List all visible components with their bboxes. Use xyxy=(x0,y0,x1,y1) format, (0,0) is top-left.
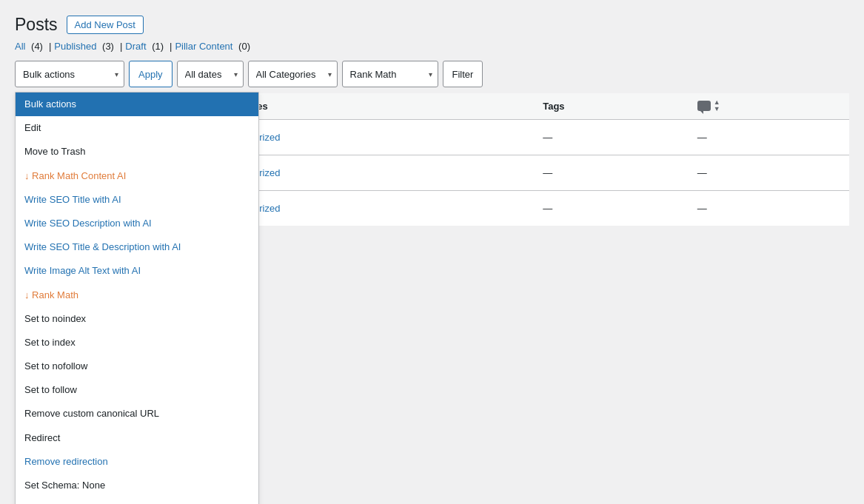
categories-filter-wrap: All Categories ▾ xyxy=(248,61,338,87)
table-nav: Bulk actions ▾ Bulk actionsEditMove to T… xyxy=(15,61,849,87)
page-wrap: Posts Add New Post All (4) | Published (… xyxy=(0,0,864,504)
dropdown-item-1[interactable]: Edit xyxy=(16,116,258,140)
rank-math-filter-wrap: Rank Math ▾ xyxy=(342,61,438,87)
cell-tags: — xyxy=(535,120,690,155)
cell-comments: — xyxy=(690,155,849,191)
col-tags: Tags xyxy=(535,93,690,120)
cell-category: Uncategorized xyxy=(211,191,536,226)
page-title: Posts Add New Post xyxy=(15,15,849,35)
tab-draft[interactable]: Draft (1) xyxy=(125,41,167,52)
cell-category: Uncategorized xyxy=(211,155,536,191)
dropdown-item-4[interactable]: Write SEO Title with AI xyxy=(16,188,258,212)
filter-button[interactable]: Filter xyxy=(443,61,483,87)
bulk-actions-select[interactable]: Bulk actions xyxy=(15,61,124,87)
dropdown-item-12[interactable]: Set to follow xyxy=(16,378,258,402)
col-comments: ▲▼ xyxy=(690,93,849,120)
comment-bubble-icon xyxy=(697,101,711,111)
dropdown-item-6[interactable]: Write SEO Title & Description with AI xyxy=(16,235,258,259)
dropdown-item-14[interactable]: Redirect xyxy=(16,426,258,450)
apply-button[interactable]: Apply xyxy=(129,61,173,87)
dropdown-item-15[interactable]: Remove redirection xyxy=(16,450,258,474)
dropdown-item-8[interactable]: ↓ Rank Math xyxy=(16,283,258,307)
cell-tags: — xyxy=(535,155,690,191)
dropdown-item-5[interactable]: Write SEO Description with AI xyxy=(16,212,258,235)
dropdown-item-17[interactable]: Set Schema: Default (article) xyxy=(16,497,258,504)
cell-tags: — xyxy=(535,191,690,226)
dropdown-item-0[interactable]: Bulk actions xyxy=(16,93,258,116)
bulk-actions-dropdown: Bulk actionsEditMove to Trash↓ Rank Math… xyxy=(15,92,259,504)
dropdown-item-3[interactable]: ↓ Rank Math Content AI xyxy=(16,164,258,188)
tab-pillar-content[interactable]: Pillar Content (0) xyxy=(175,41,253,52)
dropdown-item-7[interactable]: Write Image Alt Text with AI xyxy=(16,259,258,283)
dates-filter-wrap: All dates ▾ xyxy=(177,61,244,87)
add-new-post-button[interactable]: Add New Post xyxy=(67,16,144,34)
filter-tabs: All (4) | Published (3) | Draft (1) | Pi… xyxy=(15,41,849,52)
dropdown-item-16[interactable]: Set Schema: None xyxy=(16,474,258,497)
dropdown-item-2[interactable]: Move to Trash xyxy=(16,140,258,164)
cell-comments: — xyxy=(690,120,849,155)
dropdown-item-11[interactable]: Set to nofollow xyxy=(16,355,258,378)
categories-select[interactable]: All Categories xyxy=(248,61,338,87)
tab-published[interactable]: Published (3) xyxy=(54,41,117,52)
cell-category: Uncategorized xyxy=(211,120,536,155)
dropdown-item-9[interactable]: Set to noindex xyxy=(16,307,258,331)
dropdown-item-10[interactable]: Set to index xyxy=(16,331,258,355)
sort-arrows-icon[interactable]: ▲▼ xyxy=(714,99,720,112)
dropdown-item-13[interactable]: Remove custom canonical URL xyxy=(16,402,258,426)
col-categories: Categories xyxy=(211,93,536,120)
page-title-text: Posts xyxy=(15,15,58,35)
bulk-actions-wrap: Bulk actions ▾ Bulk actionsEditMove to T… xyxy=(15,61,124,87)
dates-select[interactable]: All dates xyxy=(177,61,244,87)
cell-comments: — xyxy=(690,191,849,226)
tab-all[interactable]: All (4) xyxy=(15,41,46,52)
rank-math-select[interactable]: Rank Math xyxy=(342,61,438,87)
